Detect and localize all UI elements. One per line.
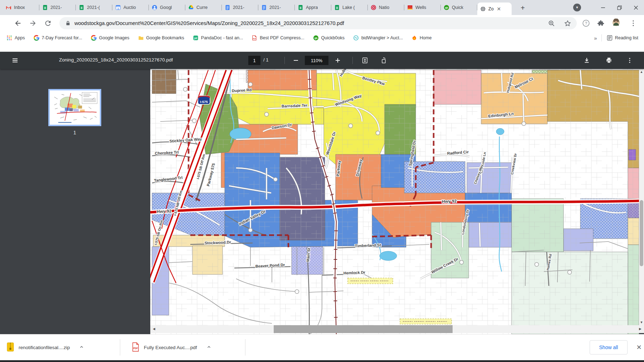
pdfmark-icon: PDF <box>252 35 257 41</box>
browser-window: Inbox2021-2021-(1AuctioGooglCurre2021-20… <box>0 0 644 362</box>
vertical-scrollbar[interactable]: ▲ ▼ <box>639 69 644 325</box>
scroll-right-arrow[interactable]: ► <box>638 327 642 331</box>
bidwrangler-icon <box>353 35 359 41</box>
tab-active-zo[interactable]: Zo✕ <box>477 3 512 15</box>
close-window-button[interactable] <box>628 0 644 15</box>
natl-icon: N <box>371 5 376 10</box>
tab-label: Zo <box>488 6 494 11</box>
tab-label: 2021- <box>233 5 244 10</box>
bookmark-best-pdf-compress-[interactable]: PDFBest PDF Compress... <box>252 35 304 41</box>
tab-label: Curre <box>196 5 208 10</box>
horizontal-scrollbar[interactable]: ◄ ► <box>150 325 644 333</box>
pdf-more-kebab-icon[interactable] <box>625 56 634 65</box>
svg-text:Hwy 92: Hwy 92 <box>157 209 172 214</box>
extensions-puzzle-icon[interactable] <box>596 18 606 28</box>
tab-2021-[interactable]: 2021- <box>222 0 258 15</box>
reading-list-button[interactable]: Reading list <box>607 35 638 41</box>
tab-wells[interactable]: Wells <box>404 0 441 15</box>
print-button[interactable] <box>605 56 613 65</box>
svg-text:pd: pd <box>194 37 197 40</box>
bookmark-label: Best PDF Compress... <box>260 35 304 40</box>
show-all-downloads-button[interactable]: Show all <box>590 340 628 354</box>
minimize-button[interactable] <box>595 0 611 15</box>
flame-icon <box>411 35 417 41</box>
tab-quick[interactable]: qbQuick <box>441 0 477 15</box>
svg-text:1: 1 <box>117 7 119 10</box>
tab-curre[interactable]: Curre <box>185 0 222 15</box>
tab-appra[interactable]: Appra <box>295 0 331 15</box>
tab-label: 2021- <box>50 5 62 10</box>
bookmark-google-bookmarks[interactable]: Google Bookmarks <box>138 35 184 41</box>
bookmark-star-icon[interactable] <box>564 20 571 27</box>
close-tab-icon[interactable]: ✕ <box>497 6 501 11</box>
account-icon <box>152 5 157 10</box>
forward-button[interactable] <box>28 18 38 28</box>
pandadoc-icon: pd <box>193 35 199 41</box>
bookmark-home[interactable]: Home <box>411 35 431 41</box>
divider <box>352 57 353 64</box>
profile-avatar[interactable] <box>611 18 621 28</box>
tab-bar: Inbox2021-2021-(1AuctioGooglCurre2021-20… <box>0 0 644 15</box>
g-icon <box>34 35 39 41</box>
divider <box>245 339 245 356</box>
zip-icon <box>6 342 14 353</box>
address-bar[interactable]: woodstockga.gov/Document%20Center/GIS%20… <box>59 17 577 29</box>
globe-icon <box>480 6 486 12</box>
downloads-bar: renotificationfilesal....zipPDFFully Exe… <box>0 334 644 360</box>
zoom-out-button[interactable] <box>292 56 300 65</box>
back-button[interactable] <box>13 18 23 28</box>
zoning-map-canvas[interactable]: I-575Dupree RdBarnsdale TerDawson DrHubb… <box>150 69 639 334</box>
zoom-level: 110% <box>305 56 328 65</box>
page-thumbnail[interactable] <box>48 89 101 126</box>
vertical-scroll-thumb[interactable] <box>640 200 643 266</box>
tab-inbox[interactable]: Inbox <box>3 0 39 15</box>
tab-auctio[interactable]: 1Auctio <box>112 0 149 15</box>
svg-text:I-575: I-575 <box>200 100 208 104</box>
tab-label: Appra <box>306 5 318 10</box>
zoom-page-icon[interactable] <box>548 20 555 27</box>
bookmarks-overflow-chevron[interactable]: » <box>594 35 596 41</box>
bookmark-pandadoc-fast-an-[interactable]: pdPandaDoc - fast an... <box>193 35 243 41</box>
bookmark-quickb0oks[interactable]: qbQuickb0oks <box>313 35 345 41</box>
new-tab-button[interactable]: + <box>518 3 527 13</box>
download-item[interactable]: PDFFully Executed Auc....pdf <box>132 334 211 361</box>
zoom-in-button[interactable] <box>333 56 342 65</box>
restore-button[interactable] <box>611 0 628 15</box>
thumbnail-page-number: 1 <box>48 130 101 135</box>
download-expand-chevron-icon[interactable] <box>79 344 84 351</box>
fit-to-page-button[interactable] <box>361 56 369 65</box>
chrome-menu-kebab-icon[interactable] <box>628 18 638 28</box>
svg-text:Barnsdale Ter: Barnsdale Ter <box>282 103 308 108</box>
folder-icon <box>138 35 144 41</box>
sheets-icon <box>298 5 303 10</box>
reload-button[interactable] <box>43 18 53 28</box>
pdf-menu-hamburger-icon[interactable] <box>11 56 19 65</box>
bottom-edge <box>0 360 644 362</box>
tab-label: Inbox <box>14 5 25 10</box>
tab-natio[interactable]: NNatio <box>368 0 404 15</box>
svg-text:qb: qb <box>314 37 317 40</box>
lock-icon[interactable] <box>65 20 71 26</box>
tab-lake-[interactable]: Lake ( <box>331 0 368 15</box>
help-icon[interactable]: ? <box>581 18 591 28</box>
bookmark-7-day-forecast-for-[interactable]: 7-Day Forecast for... <box>34 35 82 41</box>
tab-googl[interactable]: Googl <box>149 0 185 15</box>
page-number-input[interactable]: 1 <box>248 56 260 65</box>
download-expand-chevron-icon[interactable] <box>206 344 211 351</box>
tab-label: Auctio <box>123 5 136 10</box>
bookmark-apps[interactable]: Apps <box>6 35 25 41</box>
tab-search-icon[interactable]: ▼ <box>573 4 581 11</box>
download-item[interactable]: renotificationfilesal....zip <box>6 334 84 361</box>
tab-2021-[interactable]: 2021- <box>39 0 76 15</box>
scroll-left-arrow[interactable]: ◄ <box>152 327 156 331</box>
rotate-button[interactable] <box>379 56 388 65</box>
close-downloads-bar-icon[interactable]: ✕ <box>634 342 644 352</box>
horizontal-scroll-thumb[interactable] <box>274 325 453 333</box>
tab-2021-[interactable]: 2021-( <box>76 0 112 15</box>
scroll-up-arrow[interactable]: ▲ <box>639 70 644 74</box>
tab-2021-[interactable]: 2021- <box>258 0 295 15</box>
scroll-down-arrow[interactable]: ▼ <box>639 321 644 324</box>
bookmark-bidwrangler-auct-[interactable]: bidWrangler > Auct... <box>353 35 403 41</box>
download-button[interactable] <box>582 56 591 65</box>
bookmark-google-images[interactable]: Google Images <box>91 35 130 41</box>
